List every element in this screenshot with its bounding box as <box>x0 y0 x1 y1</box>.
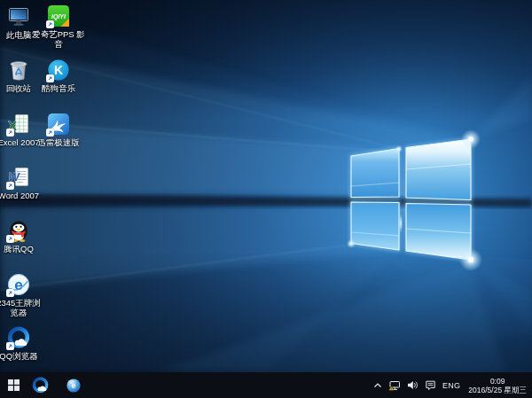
2345-browser-e-icon: e <box>66 378 82 394</box>
action-center-icon[interactable] <box>424 372 437 398</box>
clock-time: 0:09 <box>490 377 505 386</box>
taskbar-2345-browser-button[interactable]: e <box>60 372 87 398</box>
start-button[interactable] <box>0 372 27 398</box>
tray-chevron-up-icon[interactable] <box>372 372 383 398</box>
shortcut-arrow-icon <box>6 342 14 350</box>
svg-text:iQIYI: iQIYI <box>51 13 66 20</box>
desktop-icon-word-2007[interactable]: W Word 2007 <box>0 166 47 200</box>
desktop-icon-qq-browser[interactable]: QQ浏览器 <box>0 326 47 361</box>
svg-text:e: e <box>14 277 22 293</box>
desktop-icon-label: 酷狗音乐 <box>42 83 75 93</box>
desktop-icon-label: 迅雷极速版 <box>37 137 80 147</box>
iqiyi-pps-icon: iQIYI <box>47 4 70 27</box>
this-pc-icon <box>7 5 30 28</box>
kugou-music-icon: K <box>47 59 70 82</box>
desktop-icon-kugou-music[interactable]: K 酷狗音乐 <box>30 59 87 93</box>
desktop-icon-label: 腾讯QQ <box>4 244 34 254</box>
xunlei-bird-icon <box>47 113 70 136</box>
network-status-icon[interactable] <box>387 372 402 398</box>
volume-icon[interactable] <box>406 372 419 398</box>
shortcut-arrow-icon <box>6 182 14 190</box>
shortcut-arrow-icon <box>6 289 14 297</box>
recycle-bin-icon <box>7 59 30 82</box>
system-tray: ENG 0:09 2016/5/25 星期三 <box>372 372 529 398</box>
clock-date: 2016/5/25 星期三 <box>468 386 527 394</box>
svg-text:K: K <box>54 63 63 77</box>
qq-penguin-icon <box>7 219 30 242</box>
shortcut-arrow-icon <box>46 129 54 137</box>
taskbar: e <box>0 372 532 398</box>
wallpaper-hero-image <box>0 0 532 372</box>
word-2007-icon: W <box>7 166 30 189</box>
desktop-icon-iqiyi-pps[interactable]: iQIYI 爱奇艺PPS 影 音 <box>30 4 87 49</box>
windows-desktop: 此电脑 iQIYI 爱奇艺PPS 影 音 <box>0 0 532 398</box>
qq-browser-icon <box>7 326 30 349</box>
windows-logo-icon <box>8 379 20 391</box>
2345-browser-e-icon: e <box>7 273 30 296</box>
desktop-icon-label: Word 2007 <box>0 191 39 200</box>
desktop-icon-label: QQ浏览器 <box>0 351 38 361</box>
taskbar-clock[interactable]: 0:09 2016/5/25 星期三 <box>466 372 529 398</box>
desktop-icon-2345-browser[interactable]: e 2345王牌浏 览器 <box>0 273 47 317</box>
shortcut-arrow-icon <box>46 20 54 28</box>
desktop-icon-xunlei-speed[interactable]: 迅雷极速版 <box>30 113 87 147</box>
desktop-icon-label: 此电脑 <box>6 30 32 40</box>
shortcut-arrow-icon <box>46 74 54 82</box>
desktop-icon-label: 爱奇艺PPS 影 音 <box>32 29 85 49</box>
qq-browser-icon <box>32 377 49 394</box>
taskbar-qq-browser-button[interactable] <box>27 372 53 398</box>
excel-2007-icon: X <box>7 113 30 136</box>
desktop-icon-label: 回收站 <box>6 83 32 93</box>
shortcut-arrow-icon <box>6 235 14 243</box>
desktop-icon-label: 2345王牌浏 览器 <box>0 298 41 317</box>
shortcut-arrow-icon <box>6 129 14 137</box>
desktop-icon-tencent-qq[interactable]: 腾讯QQ <box>0 219 47 254</box>
language-indicator[interactable]: ENG <box>442 372 461 398</box>
